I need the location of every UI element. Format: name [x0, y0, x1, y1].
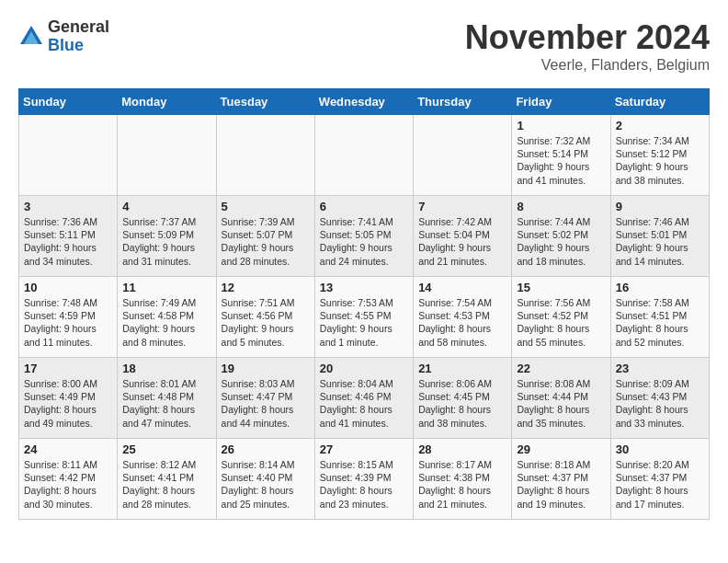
day-number: 16: [616, 281, 704, 294]
weekday-sunday: Sunday: [19, 89, 118, 115]
day-number: 22: [517, 362, 605, 375]
day-detail: Sunrise: 8:04 AM Sunset: 4:46 PM Dayligh…: [320, 377, 408, 430]
day-cell: 8Sunrise: 7:44 AM Sunset: 5:02 PM Daylig…: [512, 196, 610, 277]
day-detail: Sunrise: 8:06 AM Sunset: 4:45 PM Dayligh…: [418, 377, 506, 430]
day-cell: 24Sunrise: 8:11 AM Sunset: 4:42 PM Dayli…: [19, 439, 118, 520]
day-cell: [118, 115, 216, 196]
weekday-wednesday: Wednesday: [314, 89, 413, 115]
day-number: 21: [418, 362, 506, 375]
day-detail: Sunrise: 7:56 AM Sunset: 4:52 PM Dayligh…: [517, 296, 605, 349]
day-number: 15: [517, 281, 605, 294]
day-number: 20: [320, 362, 408, 375]
day-detail: Sunrise: 7:49 AM Sunset: 4:58 PM Dayligh…: [122, 296, 210, 349]
week-row-3: 10Sunrise: 7:48 AM Sunset: 4:59 PM Dayli…: [19, 277, 710, 358]
day-cell: 22Sunrise: 8:08 AM Sunset: 4:44 PM Dayli…: [512, 358, 610, 439]
day-cell: 17Sunrise: 8:00 AM Sunset: 4:49 PM Dayli…: [19, 358, 118, 439]
day-number: 8: [517, 200, 605, 213]
title-area: November 2024 Veerle, Flanders, Belgium: [465, 18, 710, 74]
logo: General Blue: [18, 18, 109, 55]
calendar: SundayMondayTuesdayWednesdayThursdayFrid…: [18, 88, 710, 520]
day-cell: 1Sunrise: 7:32 AM Sunset: 5:14 PM Daylig…: [512, 115, 610, 196]
logo-general-text: General: [48, 18, 109, 37]
day-cell: [414, 115, 512, 196]
day-detail: Sunrise: 8:08 AM Sunset: 4:44 PM Dayligh…: [517, 377, 605, 430]
weekday-thursday: Thursday: [414, 89, 512, 115]
day-number: 28: [418, 442, 506, 456]
day-cell: [19, 115, 118, 196]
day-number: 30: [616, 442, 704, 456]
weekday-tuesday: Tuesday: [216, 89, 314, 115]
day-detail: Sunrise: 7:32 AM Sunset: 5:14 PM Dayligh…: [517, 134, 605, 187]
day-detail: Sunrise: 7:37 AM Sunset: 5:09 PM Dayligh…: [122, 215, 210, 268]
day-cell: [314, 115, 413, 196]
day-cell: 30Sunrise: 8:20 AM Sunset: 4:37 PM Dayli…: [610, 439, 709, 520]
day-detail: Sunrise: 8:00 AM Sunset: 4:49 PM Dayligh…: [24, 377, 112, 430]
day-cell: 21Sunrise: 8:06 AM Sunset: 4:45 PM Dayli…: [414, 358, 512, 439]
day-number: 13: [320, 281, 408, 294]
day-number: 25: [122, 442, 210, 456]
day-cell: 28Sunrise: 8:17 AM Sunset: 4:38 PM Dayli…: [414, 439, 512, 520]
day-cell: 20Sunrise: 8:04 AM Sunset: 4:46 PM Dayli…: [314, 358, 413, 439]
logo-text: General Blue: [48, 18, 109, 55]
day-detail: Sunrise: 8:20 AM Sunset: 4:37 PM Dayligh…: [616, 458, 704, 511]
day-number: 6: [320, 200, 408, 213]
day-number: 24: [24, 442, 112, 456]
day-cell: 13Sunrise: 7:53 AM Sunset: 4:55 PM Dayli…: [314, 277, 413, 358]
day-detail: Sunrise: 8:14 AM Sunset: 4:40 PM Dayligh…: [222, 458, 310, 511]
week-row-1: 1Sunrise: 7:32 AM Sunset: 5:14 PM Daylig…: [19, 115, 710, 196]
day-number: 11: [122, 281, 210, 294]
day-number: 17: [24, 362, 112, 375]
day-number: 23: [616, 362, 704, 375]
day-cell: 14Sunrise: 7:54 AM Sunset: 4:53 PM Dayli…: [414, 277, 512, 358]
day-detail: Sunrise: 8:11 AM Sunset: 4:42 PM Dayligh…: [24, 458, 112, 511]
day-cell: 10Sunrise: 7:48 AM Sunset: 4:59 PM Dayli…: [19, 277, 118, 358]
weekday-monday: Monday: [118, 89, 216, 115]
day-number: 10: [24, 281, 112, 294]
day-cell: 2Sunrise: 7:34 AM Sunset: 5:12 PM Daylig…: [610, 115, 709, 196]
day-cell: 27Sunrise: 8:15 AM Sunset: 4:39 PM Dayli…: [314, 439, 413, 520]
day-detail: Sunrise: 7:53 AM Sunset: 4:55 PM Dayligh…: [320, 296, 408, 349]
day-number: 14: [418, 281, 506, 294]
day-detail: Sunrise: 7:46 AM Sunset: 5:01 PM Dayligh…: [616, 215, 704, 268]
logo-icon: [18, 24, 44, 50]
day-cell: 23Sunrise: 8:09 AM Sunset: 4:43 PM Dayli…: [610, 358, 709, 439]
weekday-saturday: Saturday: [610, 89, 709, 115]
day-number: 19: [222, 362, 310, 375]
day-cell: 5Sunrise: 7:39 AM Sunset: 5:07 PM Daylig…: [216, 196, 314, 277]
day-detail: Sunrise: 7:42 AM Sunset: 5:04 PM Dayligh…: [418, 215, 506, 268]
calendar-body: 1Sunrise: 7:32 AM Sunset: 5:14 PM Daylig…: [19, 115, 710, 520]
day-cell: [216, 115, 314, 196]
weekday-friday: Friday: [512, 89, 610, 115]
day-detail: Sunrise: 7:54 AM Sunset: 4:53 PM Dayligh…: [418, 296, 506, 349]
day-cell: 19Sunrise: 8:03 AM Sunset: 4:47 PM Dayli…: [216, 358, 314, 439]
day-number: 27: [320, 442, 408, 456]
day-cell: 6Sunrise: 7:41 AM Sunset: 5:05 PM Daylig…: [314, 196, 413, 277]
month-title: November 2024: [465, 18, 710, 57]
logo-blue-text: Blue: [48, 37, 109, 55]
day-detail: Sunrise: 8:18 AM Sunset: 4:37 PM Dayligh…: [517, 458, 605, 511]
day-number: 1: [517, 119, 605, 132]
day-number: 7: [418, 200, 506, 213]
day-detail: Sunrise: 7:58 AM Sunset: 4:51 PM Dayligh…: [616, 296, 704, 349]
day-number: 29: [517, 442, 605, 456]
week-row-4: 17Sunrise: 8:00 AM Sunset: 4:49 PM Dayli…: [19, 358, 710, 439]
day-cell: 9Sunrise: 7:46 AM Sunset: 5:01 PM Daylig…: [610, 196, 709, 277]
day-cell: 29Sunrise: 8:18 AM Sunset: 4:37 PM Dayli…: [512, 439, 610, 520]
day-detail: Sunrise: 8:12 AM Sunset: 4:41 PM Dayligh…: [122, 458, 210, 511]
location: Veerle, Flanders, Belgium: [465, 57, 710, 74]
day-detail: Sunrise: 7:34 AM Sunset: 5:12 PM Dayligh…: [616, 134, 704, 187]
weekday-row: SundayMondayTuesdayWednesdayThursdayFrid…: [19, 89, 710, 115]
day-number: 5: [222, 200, 310, 213]
day-detail: Sunrise: 8:03 AM Sunset: 4:47 PM Dayligh…: [222, 377, 310, 430]
day-cell: 16Sunrise: 7:58 AM Sunset: 4:51 PM Dayli…: [610, 277, 709, 358]
day-cell: 7Sunrise: 7:42 AM Sunset: 5:04 PM Daylig…: [414, 196, 512, 277]
day-detail: Sunrise: 7:41 AM Sunset: 5:05 PM Dayligh…: [320, 215, 408, 268]
week-row-2: 3Sunrise: 7:36 AM Sunset: 5:11 PM Daylig…: [19, 196, 710, 277]
day-number: 9: [616, 200, 704, 213]
day-cell: 18Sunrise: 8:01 AM Sunset: 4:48 PM Dayli…: [118, 358, 216, 439]
day-detail: Sunrise: 8:17 AM Sunset: 4:38 PM Dayligh…: [418, 458, 506, 511]
day-cell: 25Sunrise: 8:12 AM Sunset: 4:41 PM Dayli…: [118, 439, 216, 520]
day-cell: 26Sunrise: 8:14 AM Sunset: 4:40 PM Dayli…: [216, 439, 314, 520]
day-detail: Sunrise: 7:51 AM Sunset: 4:56 PM Dayligh…: [222, 296, 310, 349]
day-number: 3: [24, 200, 112, 213]
